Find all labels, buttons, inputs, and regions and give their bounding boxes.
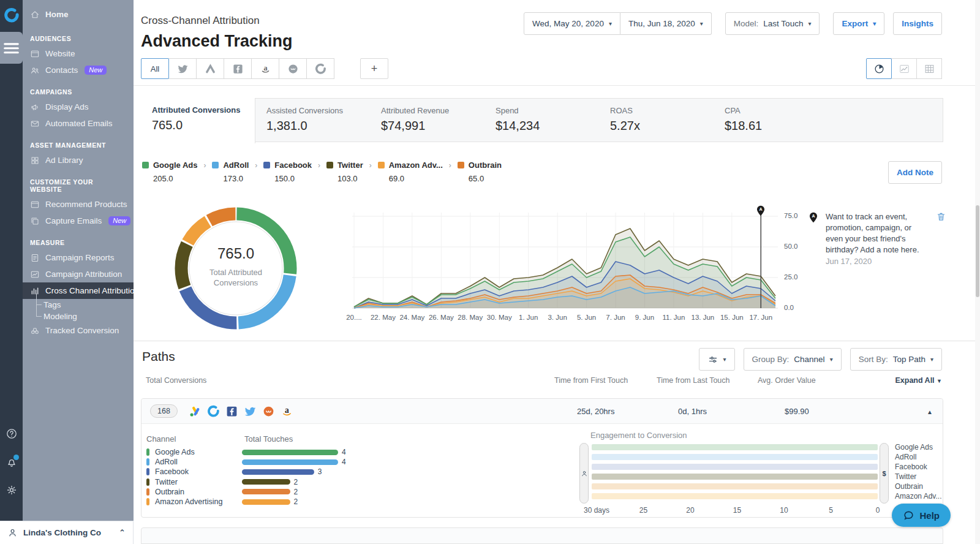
kpi-cpa[interactable]: CPA$18.61	[714, 99, 828, 142]
page-title: Advanced Tracking	[141, 32, 293, 51]
view-toggle-table-icon[interactable]	[916, 58, 942, 79]
sidebar-item-label: Recommend Products	[45, 200, 127, 209]
channel-tab-google-ads[interactable]	[196, 58, 224, 79]
kpi-value: 765.0	[152, 118, 255, 132]
channel-tab-adroll[interactable]	[306, 58, 334, 79]
date-end-picker[interactable]: Thu, Jun 18, 2020▾	[620, 12, 712, 35]
date-start-picker[interactable]: Wed, May 20, 2020▾	[524, 12, 620, 35]
sidebar-item-modeling[interactable]: Modeling	[23, 311, 134, 322]
sidebar-item-ad-library[interactable]: Ad Library	[23, 152, 134, 168]
chevron-right-icon: ›	[203, 161, 206, 170]
group-by-selector[interactable]: Group By:Channel▾	[744, 348, 842, 371]
model-selector[interactable]: Model:Last Touch▾	[725, 12, 820, 35]
channel-tab-all[interactable]: All	[141, 58, 169, 79]
adroll-logo-icon[interactable]	[4, 7, 20, 23]
scrollbar-track[interactable]	[975, 0, 980, 544]
engagement-x-tick: 25	[639, 506, 647, 515]
view-toggle-pie-icon[interactable]	[866, 58, 892, 79]
people-icon	[30, 66, 40, 75]
kpi-assisted-conversions[interactable]: Assisted Conversions1,381.0	[255, 99, 370, 142]
path-row-header[interactable]: 168 a 25d, 20hrs 0d, 1hrs $99.90 ▲	[141, 399, 943, 424]
sidebar-item-display-ads[interactable]: Display Ads	[23, 99, 134, 115]
sidebar-section-title: ASSET MANAGEMENT	[23, 132, 134, 152]
help-button[interactable]: Help	[892, 504, 951, 527]
sidebar-item-campaign-attribution[interactable]: Campaign Attribution	[23, 266, 134, 282]
sidebar-item-label: Cross Channel Attribution	[45, 286, 134, 295]
sequence-channel-outbrain: Outbrain65.0	[458, 161, 502, 183]
kpi-label: CPA	[725, 106, 828, 115]
channel-color-swatch	[146, 448, 149, 456]
sidebar-item-tracked-conversion[interactable]: Tracked Conversion	[23, 322, 134, 339]
kpi-label: Attributed Revenue	[381, 106, 484, 115]
channel-tab-outbrain[interactable]	[279, 58, 307, 79]
sequence-channel-amazon-adv-: Amazon Adv...69.0	[378, 161, 443, 183]
channel-sequence: Google Ads205.0›AdRoll173.0›Facebook150.…	[142, 161, 502, 183]
annotation-pin-icon[interactable]: A	[755, 205, 767, 217]
timeline-end-handle[interactable]: $	[880, 443, 889, 504]
copy-icon	[30, 216, 40, 226]
sequence-channel-facebook: Facebook150.0	[263, 161, 312, 183]
sidebar-item-recommend-products[interactable]: Recommend Products	[23, 196, 134, 213]
adroll-icon	[207, 405, 220, 418]
browser-icon	[30, 200, 40, 210]
engagement-x-tick: 20	[686, 506, 694, 515]
paths-filter-button[interactable]: ▾	[699, 348, 735, 371]
avg-order-value: $99.90	[785, 407, 809, 416]
channel-name: Outbrain	[469, 161, 502, 170]
timeline-start-handle[interactable]	[579, 443, 589, 504]
help-circle-icon[interactable]	[6, 428, 18, 440]
export-button[interactable]: Export▾	[833, 12, 884, 35]
settings-gear-icon[interactable]	[6, 484, 18, 496]
chevron-right-icon: ›	[369, 161, 372, 170]
insights-button[interactable]: Insights	[893, 12, 942, 35]
expand-all-button[interactable]: Expand All ▼	[895, 376, 942, 385]
scrollbar-thumb[interactable]	[976, 205, 979, 297]
sequence-channel-adroll: AdRoll173.0	[212, 161, 249, 183]
kpi-attributed-conversions[interactable]: Attributed Conversions765.0	[141, 98, 255, 143]
account-switcher[interactable]: Linda's Clothing Co ⌃	[0, 521, 134, 544]
kpi-spend[interactable]: Spend$14,234	[484, 99, 599, 142]
delete-note-trash-icon[interactable]	[936, 211, 946, 222]
notifications-bell-icon[interactable]	[6, 456, 18, 468]
channel-tab-amazon[interactable]: a	[251, 58, 279, 79]
channel-name: Amazon Advertising	[155, 497, 242, 506]
chevron-right-icon: ›	[318, 161, 320, 170]
view-toggle-linechart-icon[interactable]	[891, 58, 917, 79]
add-note-button[interactable]: Add Note	[888, 161, 942, 184]
sidebar-item-label: Contacts	[45, 66, 78, 75]
kpi-roas[interactable]: ROAS5.27x	[599, 99, 714, 142]
sidebar-item-contacts[interactable]: ContactsNew	[23, 62, 134, 78]
sidebar-item-website[interactable]: Website	[23, 45, 134, 62]
sidebar-item-campaign-reports[interactable]: Campaign Reports	[23, 249, 134, 266]
touches-bar	[242, 469, 314, 475]
add-channel-tab-button[interactable]: +	[360, 58, 388, 79]
x-tick-label: 11. Jun	[662, 314, 685, 321]
kpi-value: 1,381.0	[266, 119, 370, 133]
engagement-chart: Engagement to Conversion $Google AdsAdRo…	[579, 424, 944, 518]
menu-toggle-icon[interactable]	[0, 32, 23, 64]
channel-color-swatch	[146, 458, 149, 466]
engagement-x-tick: 10	[780, 506, 788, 515]
channel-value: 69.0	[389, 174, 443, 183]
sidebar-item-automated-emails[interactable]: Automated Emails	[23, 115, 134, 132]
sidebar-item-label: Campaign Reports	[45, 253, 115, 262]
kpi-label: ROAS	[610, 106, 714, 115]
channel-tab-twitter[interactable]	[168, 58, 197, 79]
sidebar-item-capture-emails[interactable]: Capture EmailsNew	[23, 213, 134, 229]
sidebar-item-home[interactable]: Home	[23, 6, 134, 23]
touches-row-outbrain: Outbrain2	[146, 487, 346, 497]
channel-value: 173.0	[223, 174, 249, 183]
col-time-first-touch: Time from First Touch	[554, 376, 628, 385]
sidebar-item-label: Modeling	[43, 312, 77, 321]
area-chart-x-axis: 20....22. May24. May26. May28. May30. Ma…	[352, 314, 778, 323]
engagement-track-label: Amazon Adv...	[895, 492, 941, 501]
kpi-value: $18.61	[725, 119, 828, 133]
next-path-row-card[interactable]	[141, 527, 943, 544]
sort-by-selector[interactable]: Sort By:Top Path▾	[850, 348, 942, 371]
channel-tab-facebook[interactable]	[224, 58, 252, 79]
kpi-label: Attributed Conversions	[152, 105, 255, 115]
collapse-row-icon[interactable]: ▲	[927, 409, 933, 415]
sidebar-section-title: AUDIENCES	[23, 25, 134, 45]
touches-column-header: Total Touches	[244, 434, 293, 444]
kpi-attributed-revenue[interactable]: Attributed Revenue$74,991	[370, 99, 484, 142]
